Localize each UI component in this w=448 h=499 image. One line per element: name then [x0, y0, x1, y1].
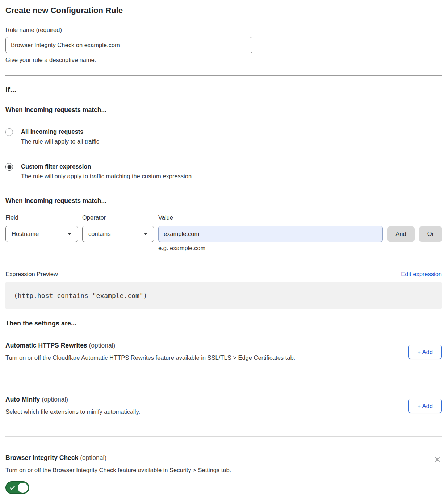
setting-optional-text: (optional) [42, 396, 68, 403]
radio-option-label: All incoming requests [21, 128, 99, 135]
and-button[interactable]: And [387, 226, 415, 242]
setting-description: Turn on or off the Cloudflare Automatic … [5, 354, 295, 361]
setting-title: Browser Integrity Check (optional) [5, 454, 231, 462]
setting-description: Turn on or off the Browser Integrity Che… [5, 467, 231, 474]
setting-texts: Browser Integrity Check (optional) Turn … [5, 454, 231, 494]
rule-name-label: Rule name (required) [5, 26, 442, 33]
radio-option-description: The rule will apply to all traffic [21, 138, 99, 145]
setting-description: Select which file extensions to minify a… [5, 408, 140, 415]
radio-selected-icon[interactable] [5, 163, 13, 171]
value-input[interactable] [158, 226, 383, 242]
then-settings-heading: Then the settings are... [5, 320, 442, 327]
radio-unselected-icon[interactable] [5, 128, 13, 136]
chevron-down-icon [67, 233, 72, 235]
setting-texts: Auto Minify (optional) Select which file… [5, 396, 140, 415]
create-configuration-rule-page: Create new Configuration Rule Rule name … [0, 0, 448, 499]
setting-title-text: Browser Integrity Check [5, 454, 78, 461]
radio-option-custom-filter-expression[interactable]: Custom filter expression The rule will o… [5, 163, 442, 180]
setting-title-text: Auto Minify [5, 396, 40, 403]
operator-select[interactable]: contains [82, 226, 154, 242]
radio-option-description: The rule will only apply to traffic matc… [21, 173, 192, 180]
page-title: Create new Configuration Rule [5, 6, 442, 15]
setting-divider [5, 436, 442, 437]
expression-preview-header: Expression Preview Edit expression [5, 271, 442, 278]
toggle-knob[interactable] [18, 483, 28, 493]
setting-title-text: Automatic HTTPS Rewrites [5, 342, 87, 349]
setting-title: Auto Minify (optional) [5, 396, 140, 403]
add-automatic-https-rewrites-button[interactable]: + Add [408, 345, 442, 359]
match-heading: When incoming requests match... [5, 106, 442, 114]
radio-option-label: Custom filter expression [21, 163, 192, 170]
expression-builder-helper: e.g. example.com [5, 245, 442, 251]
setting-optional-text: (optional) [89, 342, 115, 349]
setting-title: Automatic HTTPS Rewrites (optional) [5, 342, 295, 349]
add-auto-minify-button[interactable]: + Add [408, 399, 442, 413]
setting-auto-minify: Auto Minify (optional) Select which file… [5, 396, 442, 415]
setting-optional-text: (optional) [80, 454, 106, 461]
if-heading: If... [5, 86, 442, 94]
setting-divider [5, 378, 442, 378]
rule-name-input[interactable] [5, 37, 252, 53]
radio-option-texts: Custom filter expression The rule will o… [21, 163, 192, 180]
expression-preview-label: Expression Preview [5, 271, 58, 278]
expression-builder-labels: Field Operator Value [5, 214, 442, 221]
setting-browser-integrity-check: Browser Integrity Check (optional) Turn … [5, 454, 442, 494]
radio-option-all-incoming-requests[interactable]: All incoming requests The rule will appl… [5, 128, 442, 145]
setting-texts: Automatic HTTPS Rewrites (optional) Turn… [5, 342, 295, 361]
or-button[interactable]: Or [419, 226, 442, 242]
chevron-down-icon [143, 233, 148, 235]
close-icon[interactable] [432, 455, 442, 464]
browser-integrity-check-toggle[interactable] [5, 481, 29, 494]
edit-expression-link[interactable]: Edit expression [401, 271, 442, 278]
field-label: Field [5, 214, 78, 221]
rule-name-help: Give your rule a descriptive name. [5, 57, 442, 63]
value-help-text: e.g. example.com [158, 245, 383, 251]
field-select[interactable]: Hostname [5, 226, 78, 242]
operator-select-value: contains [88, 230, 110, 237]
operator-label: Operator [82, 214, 154, 221]
expression-builder-controls: Hostname contains And Or [5, 226, 442, 242]
expression-builder-heading: When incoming requests match... [5, 197, 442, 205]
expression-code: (http.host contains "example.com") [14, 292, 147, 299]
value-label: Value [158, 214, 383, 221]
field-select-value: Hostname [12, 230, 39, 237]
setting-automatic-https-rewrites: Automatic HTTPS Rewrites (optional) Turn… [5, 342, 442, 361]
section-divider [5, 75, 442, 76]
radio-option-texts: All incoming requests The rule will appl… [21, 128, 99, 145]
check-icon [9, 485, 15, 490]
expression-preview-box: (http.host contains "example.com") [5, 282, 442, 309]
